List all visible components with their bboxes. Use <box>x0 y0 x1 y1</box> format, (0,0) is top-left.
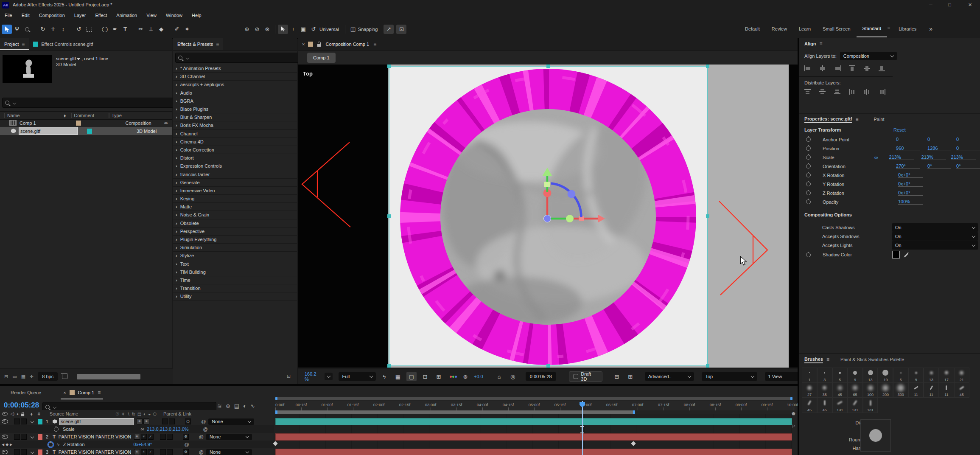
solo-toggle[interactable] <box>21 418 27 424</box>
accepts-shadows-dropdown[interactable]: On <box>892 232 978 241</box>
source-name-column[interactable]: Source Name <box>50 411 78 416</box>
brush-preset[interactable]: 5 <box>893 368 908 383</box>
grid-guides-icon[interactable]: ⊞ <box>434 372 444 381</box>
brush-preset[interactable]: 11 <box>908 383 924 398</box>
casts-shadows-dropdown[interactable]: On <box>892 223 978 232</box>
stopwatch-icon-active[interactable] <box>48 442 53 447</box>
resolution-dropdown[interactable]: Full <box>339 372 376 381</box>
parent-link-column[interactable]: Parent & Link <box>163 411 191 416</box>
align-bottom-button[interactable] <box>879 65 886 71</box>
menu-composition[interactable]: Composition <box>34 13 70 18</box>
expander-icon[interactable] <box>31 420 34 423</box>
effects-category[interactable]: ›Audio <box>173 89 297 97</box>
distribute-top-button[interactable] <box>804 89 812 95</box>
work-area-bar[interactable] <box>275 410 635 414</box>
value-y[interactable]: 0° <box>927 163 951 169</box>
tab-brushes[interactable]: Brushes <box>804 357 823 362</box>
value-y[interactable]: 1286 <box>927 146 951 151</box>
expand-icon[interactable]: ↗ <box>384 25 394 34</box>
brush-preset[interactable]: 3 <box>817 368 832 383</box>
type-tool[interactable]: T <box>120 25 130 34</box>
snapshot-icon[interactable]: ⌂ <box>494 372 504 381</box>
graph-editor-icon[interactable]: ∿ <box>250 403 255 409</box>
exposure-icon[interactable]: ⊛ <box>460 372 470 381</box>
tab-render-queue[interactable]: Render Queue <box>11 390 41 395</box>
brush-preset[interactable]: 300 <box>893 383 908 398</box>
playhead-line[interactable] <box>582 401 583 455</box>
effects-category[interactable]: ›Simulation <box>173 244 297 252</box>
brush-preset[interactable]: 9 <box>848 368 863 383</box>
menu-window[interactable]: Window <box>161 13 187 18</box>
menu-animation[interactable]: Animation <box>112 13 142 18</box>
gizmo-local-axis-tool[interactable]: ⊘ <box>252 25 262 34</box>
zoom-level[interactable]: 160.2 % <box>305 371 321 382</box>
solo-toggle[interactable] <box>21 449 27 455</box>
chevron-down-icon[interactable] <box>77 58 80 60</box>
menu-layer[interactable]: Layer <box>70 13 91 18</box>
gizmo-world-axis-tool[interactable]: ⊗ <box>262 25 272 34</box>
fx-icon[interactable]: fx <box>132 412 135 416</box>
distribute-bottom-button[interactable] <box>834 89 841 95</box>
effects-category[interactable]: ›francois-tarlier <box>173 170 297 178</box>
tab-effect-controls[interactable]: Effect Controls scene.gltf <box>29 38 97 50</box>
project-row-scene-gltf[interactable]: scene.gltf 3D Model <box>0 127 172 135</box>
clone-stamp-tool[interactable]: ⊥ <box>146 25 156 34</box>
distribute-v-center-button[interactable] <box>819 89 826 95</box>
visibility-toggle[interactable] <box>2 435 8 439</box>
stopwatch-icon[interactable] <box>806 155 811 160</box>
effects-category[interactable]: ›Generate <box>173 179 297 187</box>
brush-preset[interactable]: 45 <box>954 383 969 398</box>
effects-category[interactable]: ›Noise & Grain <box>173 211 297 219</box>
selection-tool[interactable] <box>2 25 12 34</box>
value-y[interactable]: 213% <box>921 154 946 160</box>
quality-switch[interactable]: ☀ <box>143 418 149 424</box>
item-name-selected[interactable]: scene.gltf <box>19 127 78 135</box>
lock-icon[interactable] <box>317 44 321 47</box>
effects-category[interactable]: ›3D Channel <box>173 73 297 81</box>
effects-category[interactable]: ›Immersive Video <box>173 187 297 195</box>
parent-dropdown[interactable]: None <box>208 418 254 425</box>
value[interactable]: 0x+0° <box>898 181 923 187</box>
workspace-small-screen[interactable]: Small Screen <box>817 26 856 31</box>
frame-blend-switch[interactable] <box>162 418 168 424</box>
motion-blur-icon[interactable]: ◐ <box>243 403 246 409</box>
stopwatch-icon[interactable] <box>806 146 811 151</box>
tab-properties[interactable]: Properties: scene.gltf <box>804 116 852 122</box>
adjust-icon[interactable]: ✈ <box>30 374 34 379</box>
workspace-overflow-icon[interactable]: » <box>929 25 932 32</box>
comp-viewport[interactable]: Top <box>298 65 798 368</box>
new-folder-icon[interactable]: ▭ <box>12 374 17 379</box>
dolly-camera-tool[interactable]: ↕ <box>58 25 68 34</box>
value-y[interactable]: 0 <box>927 137 951 142</box>
effects-category[interactable]: ›Stylize <box>173 252 297 260</box>
align-v-center-button[interactable] <box>864 65 871 71</box>
gizmo-universal-tool[interactable]: ⊕ <box>242 25 252 34</box>
menu-file[interactable]: File <box>0 13 17 18</box>
maximize-button[interactable]: □ <box>948 2 951 7</box>
workspace-menu-icon[interactable]: ≡ <box>887 26 890 32</box>
capture-icon[interactable]: ⊡ <box>396 25 406 34</box>
value[interactable]: 100% <box>898 199 923 205</box>
layer-name-selected[interactable]: scene.gltf <box>59 418 134 425</box>
brush-preset[interactable]: 45 <box>832 383 848 398</box>
brush-preset[interactable]: 45 <box>817 398 832 413</box>
composition-mini-flowchart-icon[interactable]: ≋ <box>217 403 222 409</box>
brush-preset[interactable]: 35 <box>817 383 832 398</box>
brush-preset[interactable]: 100 <box>863 383 878 398</box>
label-swatch[interactable] <box>76 121 81 126</box>
accepts-lights-dropdown[interactable]: On <box>892 241 978 250</box>
parent-dropdown[interactable]: None <box>206 449 252 455</box>
reset-button[interactable]: Reset <box>893 127 906 132</box>
panel-divider[interactable] <box>798 38 799 455</box>
brush-preset[interactable]: 21 <box>954 368 969 383</box>
link-icon[interactable]: ∞ <box>141 426 145 432</box>
panel-menu-icon[interactable]: ≡ <box>22 41 25 47</box>
align-h-center-button[interactable] <box>819 65 826 71</box>
adjustment-icon[interactable]: ◒ <box>148 412 151 416</box>
collapse-switch[interactable]: ✳ <box>137 418 143 424</box>
frame-blend-switch[interactable] <box>160 449 166 455</box>
workspace-libraries[interactable]: Libraries <box>893 26 922 31</box>
property-row-scale-tl[interactable]: Scale ∞ 213.0,213.0,213.0% @ <box>0 425 274 433</box>
light-wireframe-left[interactable] <box>302 142 350 227</box>
effects-category[interactable]: ›Obsolete <box>173 219 297 228</box>
